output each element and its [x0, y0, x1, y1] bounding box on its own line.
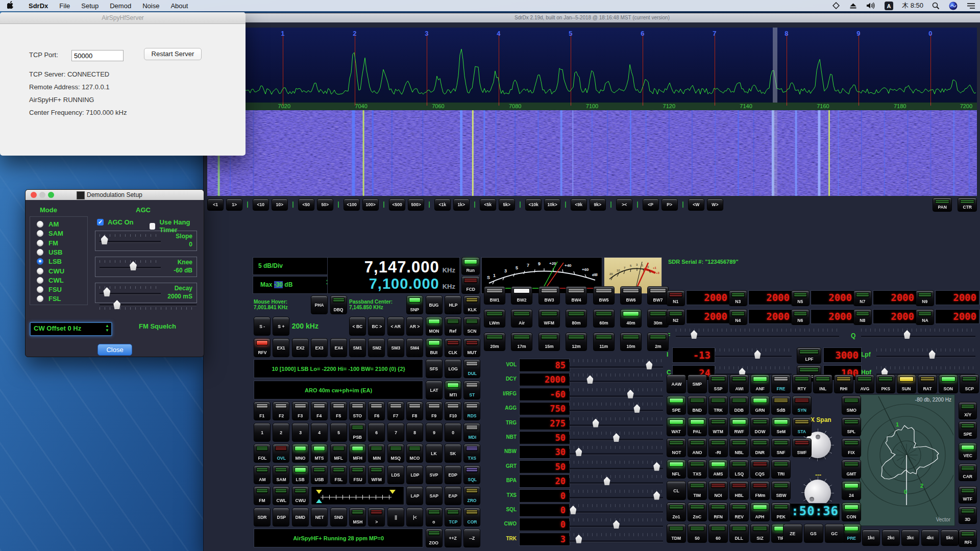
btn-n3[interactable]: N3 [729, 290, 747, 306]
btn-txs[interactable]: TXS [463, 444, 480, 463]
step-50[interactable]: 50> [317, 198, 333, 211]
slider-i-rfg[interactable] [569, 388, 663, 399]
btn-s-[interactable]: S + [273, 317, 289, 336]
btn-o[interactable]: o [426, 508, 443, 527]
btn-sto[interactable]: STO [349, 402, 366, 420]
btn-am[interactable]: AM [254, 465, 271, 484]
slider-trk[interactable] [569, 533, 663, 544]
btn-usb[interactable]: USB [311, 465, 328, 484]
btn-f1[interactable]: F1 [254, 402, 271, 420]
btn-tim[interactable]: TIM [688, 481, 707, 500]
btn-ze[interactable]: ZE [783, 524, 802, 543]
btn-rev[interactable]: REV [729, 503, 749, 521]
btn-bw4[interactable]: BW4 [566, 286, 587, 305]
btn-hlp[interactable]: HLP [445, 295, 461, 314]
step-1k[interactable]: <1k [434, 198, 451, 211]
frequency-scale[interactable]: 7000702070407060708071007120714071607180… [207, 103, 977, 110]
zoom-window-button[interactable] [48, 192, 54, 198]
btn-2[interactable]: 2 [273, 423, 289, 442]
btn-wtm[interactable]: WTM [708, 417, 728, 436]
btn-nbl[interactable]: NBL [729, 438, 749, 457]
btn-clk[interactable]: CLK [445, 338, 461, 357]
btn-air[interactable]: Air [511, 309, 532, 328]
btn-fol[interactable]: FOL [254, 444, 271, 463]
max-db-display[interactable]: Max -30 dB ▲▼ [253, 276, 333, 294]
slider-trg[interactable] [569, 417, 663, 429]
tuning-indicator[interactable] [773, 28, 777, 103]
btn-sun[interactable]: SUN [897, 374, 916, 393]
btn-gmt[interactable]: GMT [842, 460, 861, 479]
btn-60[interactable]: 60 [708, 524, 728, 543]
slider-nbw[interactable] [569, 446, 663, 457]
btn-aaw[interactable]: AAW [667, 374, 686, 393]
btn-4[interactable]: 4 [311, 423, 328, 442]
mode-radio-sam[interactable]: SAM [37, 230, 63, 237]
q-slider[interactable] [861, 329, 975, 340]
step-500[interactable]: 500> [408, 198, 424, 211]
btn-fmm[interactable]: FMm [750, 481, 770, 500]
btn-sap[interactable]: SAP [426, 486, 443, 505]
slider-agg[interactable] [569, 403, 663, 414]
menu-noise[interactable]: Noise [137, 2, 165, 10]
slider-cwo[interactable] [569, 518, 663, 530]
btn-bc-[interactable]: BC > [368, 317, 385, 336]
btn-swf[interactable]: SWF [792, 438, 812, 457]
mode-radio-am[interactable]: AM [37, 220, 59, 228]
restart-server-button[interactable]: Restart Server [144, 48, 202, 60]
btn--z[interactable]: ++Z [445, 529, 461, 547]
btn-n1[interactable]: N1 [667, 290, 685, 306]
btn-5[interactable]: 5 [330, 423, 347, 442]
btn-hbl[interactable]: HBL [729, 481, 749, 500]
btn-f9[interactable]: F9 [426, 402, 443, 420]
diamond-icon[interactable] [832, 2, 840, 10]
btn-f4[interactable]: F4 [311, 402, 328, 420]
btn-msh[interactable]: MSH [349, 508, 366, 527]
btn-sta[interactable]: STA [792, 417, 812, 436]
btn-rfn[interactable]: RFN [708, 503, 728, 521]
siri-icon[interactable] [949, 2, 958, 10]
btn-sam[interactable]: SAM [273, 465, 289, 484]
btn-n7[interactable]: N7 [853, 290, 872, 306]
mode-radio-cwu[interactable]: CWU [37, 267, 64, 275]
btn-f8[interactable]: F8 [406, 402, 423, 420]
close-button[interactable]: Close [97, 344, 132, 356]
btn-scp[interactable]: SCP [960, 374, 979, 393]
menu-setup[interactable]: Setup [76, 2, 104, 10]
btn-n8[interactable]: N8 [853, 309, 872, 325]
cw-offset-field[interactable]: CW Offset 0 Hz ▲▼ [30, 322, 112, 336]
btn--[interactable]: |< [406, 508, 423, 527]
btn-spl[interactable]: SPL [842, 417, 861, 436]
btn-30m[interactable]: 30m [647, 309, 669, 328]
btn-wtf[interactable]: WTF [959, 486, 977, 504]
btn-fsu[interactable]: FSU [349, 465, 366, 484]
btn-eap[interactable]: EAP [445, 486, 461, 505]
btn-cor[interactable]: COR [463, 508, 480, 527]
btn-sm3[interactable]: SM3 [387, 338, 404, 357]
btn-cl[interactable]: CL [667, 481, 686, 500]
decay-slider[interactable] [100, 286, 161, 298]
btn-svp[interactable]: SVP [426, 465, 443, 484]
list-icon[interactable] [967, 3, 975, 9]
btn-f6[interactable]: F6 [368, 402, 385, 420]
mode-radio-lsb[interactable]: LSB [37, 258, 62, 265]
btn-siz[interactable]: SIZ [750, 524, 770, 543]
btn--z[interactable]: --Z [463, 529, 480, 547]
btn-zoc[interactable]: ZoC [688, 503, 707, 521]
step-9k[interactable]: <9k [571, 198, 587, 211]
btn-8[interactable]: 8 [406, 423, 423, 442]
btn-trk[interactable]: TRK [708, 396, 728, 415]
db-per-div-display[interactable]: 5 dB/Div [253, 257, 331, 275]
btn-snd[interactable]: SND [330, 508, 347, 527]
btn-gc[interactable]: GC [825, 524, 844, 543]
btn-60m[interactable]: 60m [593, 309, 615, 328]
waterfall-display[interactable] [207, 110, 977, 196]
btn-s-[interactable]: S - [254, 317, 271, 336]
btn-cwl[interactable]: CWL [273, 486, 289, 505]
btn-lds[interactable]: LDS [387, 465, 404, 484]
btn-40m[interactable]: 40m [620, 309, 642, 328]
btn-sfs[interactable]: SFS [426, 359, 443, 378]
btn-bw3[interactable]: BW3 [538, 286, 560, 305]
btn-mti[interactable]: MTI [445, 381, 461, 399]
btn-10m[interactable]: 10m [620, 333, 642, 351]
menu-demod[interactable]: Demod [104, 2, 137, 10]
